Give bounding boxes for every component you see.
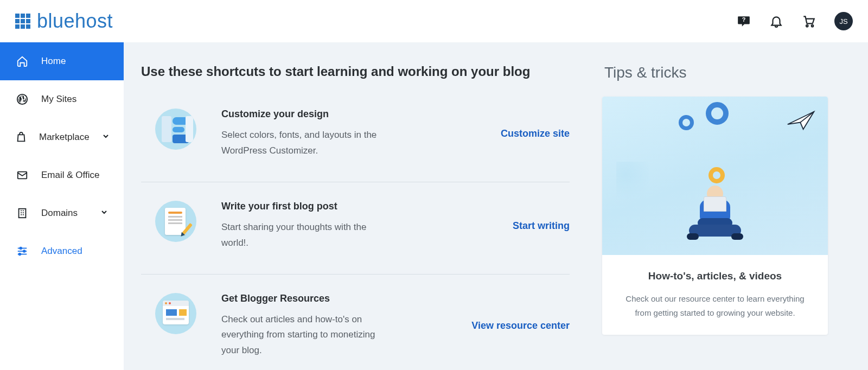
- sidebar-item-home[interactable]: Home: [0, 42, 124, 80]
- shortcut-title: Write your first blog post: [221, 201, 500, 212]
- chevron-down-icon: [100, 208, 108, 219]
- shortcuts-panel: Use these shortcuts to start learning an…: [141, 64, 570, 370]
- sidebar-item-my-sites[interactable]: My Sites: [0, 80, 124, 118]
- shortcut-row: Customize your design Select colors, fon…: [141, 105, 570, 182]
- tips-heading: How-to's, articles, & videos: [615, 270, 815, 282]
- sidebar-item-email-office[interactable]: Email & Office: [0, 156, 124, 194]
- write-post-icon: [155, 201, 196, 242]
- brand-grid-icon: [15, 14, 30, 29]
- sidebar-item-label: Email & Office: [41, 170, 99, 181]
- sidebar-item-label: Advanced: [41, 246, 82, 257]
- bag-icon: [15, 131, 27, 143]
- svg-point-9: [23, 250, 25, 252]
- view-resource-center-link[interactable]: View resource center: [471, 320, 570, 331]
- svg-point-7: [20, 247, 22, 250]
- svg-point-11: [19, 253, 21, 256]
- notifications-icon[interactable]: [769, 14, 783, 28]
- start-writing-link[interactable]: Start writing: [513, 220, 570, 232]
- tips-title: Tips & tricks: [604, 64, 828, 81]
- shortcut-title: Customize your design: [221, 109, 488, 120]
- shortcut-desc: Check out articles and how-to's on every…: [221, 312, 390, 359]
- resources-icon: [155, 293, 196, 334]
- mail-icon: [15, 169, 29, 181]
- avatar[interactable]: JS: [834, 12, 853, 30]
- sidebar-item-advanced[interactable]: Advanced: [0, 232, 124, 270]
- sidebar-item-label: Marketplace: [39, 132, 90, 143]
- shortcut-row: Get Blogger Resources Check out articles…: [141, 275, 570, 370]
- page-title: Use these shortcuts to start learning an…: [141, 64, 570, 79]
- sidebar-item-marketplace[interactable]: Marketplace: [0, 118, 124, 156]
- cart-icon[interactable]: [802, 14, 816, 28]
- main-content: Use these shortcuts to start learning an…: [124, 42, 868, 370]
- shortcut-desc: Start sharing your thoughts with the wor…: [221, 220, 390, 251]
- tips-panel: Tips & tricks: [602, 64, 828, 370]
- home-icon: [15, 55, 29, 67]
- brand-logo[interactable]: bluehost: [15, 10, 113, 33]
- tips-illustration: [602, 97, 828, 255]
- tips-desc: Check out our resource center to learn e…: [617, 292, 813, 321]
- customize-site-link[interactable]: Customize site: [501, 128, 570, 139]
- sidebar-item-domains[interactable]: Domains: [0, 194, 124, 232]
- building-icon: [15, 207, 29, 219]
- top-bar: bluehost ? JS: [0, 0, 868, 42]
- svg-text:?: ?: [742, 16, 746, 23]
- svg-point-1: [806, 25, 808, 27]
- customize-icon: [155, 109, 196, 150]
- sliders-icon: [15, 245, 29, 257]
- chevron-down-icon: [101, 132, 110, 143]
- sidebar-item-label: Home: [41, 56, 66, 67]
- tips-card[interactable]: How-to's, articles, & videos Check out o…: [602, 97, 828, 335]
- shortcut-row: Write your first blog post Start sharing…: [141, 182, 570, 275]
- help-chat-icon[interactable]: ?: [737, 14, 751, 28]
- top-actions: ? JS: [737, 12, 853, 30]
- sidebar-item-label: My Sites: [41, 94, 76, 105]
- wordpress-icon: [15, 93, 29, 105]
- svg-point-2: [812, 25, 813, 27]
- shortcut-title: Get Blogger Resources: [221, 293, 458, 304]
- sidebar-item-label: Domains: [41, 208, 78, 219]
- shortcut-desc: Select colors, fonts, and layouts in the…: [221, 127, 390, 159]
- svg-rect-5: [19, 209, 26, 218]
- brand-text: bluehost: [37, 10, 113, 33]
- sidebar: Home My Sites Marketplace Email & Office: [0, 42, 124, 370]
